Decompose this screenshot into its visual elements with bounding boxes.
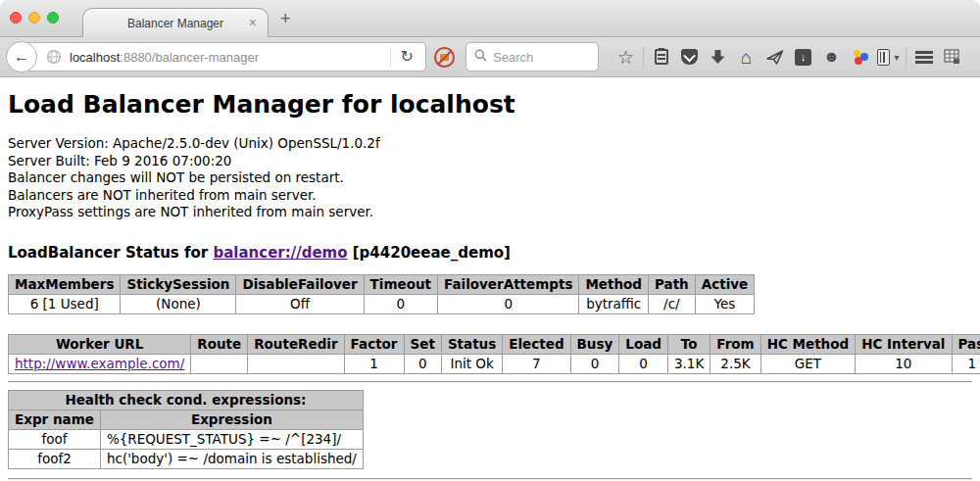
col-timeout: Timeout: [364, 274, 437, 294]
cell-expr-name: foof2: [9, 449, 101, 468]
table-title-row: Health check cond. expressions:: [9, 390, 364, 409]
table-header-row: MaxMembers StickySession DisableFailover…: [9, 274, 755, 294]
cell-routeredir: [248, 354, 344, 373]
navigation-toolbar: ← localhost:8880/balancer-manager ↻: [0, 37, 980, 77]
section-divider: [8, 381, 972, 383]
new-tab-button[interactable]: +: [280, 9, 291, 29]
sidebar-panel-icon[interactable]: ▾: [874, 42, 903, 72]
col-disablefailover: DisableFailover: [236, 274, 364, 294]
col-routeredir: RouteRedir: [248, 334, 344, 354]
col-expr-name: Expr name: [9, 409, 101, 429]
cell-load: 0: [619, 354, 668, 373]
status-heading-prefix: LoadBalancer Status for: [8, 244, 213, 262]
bookmarks-menu-icon[interactable]: [647, 42, 675, 72]
health-check-table: Health check cond. expressions: Expr nam…: [8, 390, 364, 469]
cell-route: [191, 354, 248, 373]
url-text: localhost:8880/balancer-manager: [70, 50, 259, 65]
server-info: Server Version: Apache/2.5.0-dev (Unix) …: [8, 135, 972, 221]
home-icon[interactable]: ⌂: [732, 42, 760, 72]
cell-hc-method: GET: [760, 354, 856, 373]
send-page-icon[interactable]: [760, 42, 789, 72]
toolbar-divider: [906, 47, 906, 68]
clipboard-icon: [655, 49, 668, 65]
zoom-window-button[interactable]: [47, 12, 59, 24]
urlbar-divider: [390, 47, 391, 67]
col-route: Route: [191, 334, 248, 354]
page-bottom-rule: [8, 478, 972, 480]
window-controls: [10, 12, 59, 24]
col-to: To: [667, 334, 710, 354]
color-dots-addon-icon[interactable]: [846, 42, 874, 72]
tab-title: Balancer Manager: [127, 17, 223, 30]
col-method: Method: [579, 274, 649, 294]
globe-icon: [46, 49, 62, 65]
col-maxmembers: MaxMembers: [9, 274, 121, 294]
tab-bar: Balancer Manager × +: [0, 0, 980, 37]
url-bar[interactable]: localhost:8880/balancer-manager ↻: [20, 42, 426, 72]
loadbalancer-status-heading: LoadBalancer Status for balancer://demo …: [8, 244, 972, 262]
browser-window: Balancer Manager × + ← localhost:8880/ba…: [0, 0, 980, 481]
cell-factor: 1: [344, 354, 404, 373]
reload-button[interactable]: ↻: [393, 49, 421, 65]
cell-to: 3.1K: [667, 354, 710, 373]
col-busy: Busy: [570, 334, 619, 354]
col-status: Status: [441, 334, 502, 354]
col-from: From: [710, 334, 760, 354]
balancer-settings-table: MaxMembers StickySession DisableFailover…: [8, 274, 755, 314]
cell-method: bytraffic: [579, 294, 649, 313]
cell-from: 2.5K: [710, 354, 760, 373]
col-passes: Passes: [952, 334, 980, 354]
cell-status: Init Ok: [441, 354, 502, 373]
menu-hamburger-icon[interactable]: [909, 42, 938, 72]
col-factor: Factor: [344, 334, 404, 354]
cell-set: 0: [404, 354, 441, 373]
cell-path: /c/: [649, 294, 696, 313]
table-row: foof %{REQUEST_STATUS} =~ /^[234]/: [9, 429, 364, 449]
close-window-button[interactable]: [10, 12, 22, 24]
minimize-window-button[interactable]: [28, 12, 40, 24]
plugin-blocked-icon[interactable]: [434, 47, 455, 68]
grid-addon-icon[interactable]: [938, 42, 966, 72]
col-hc-interval: HC Interval: [856, 334, 952, 354]
cell-elected: 7: [503, 354, 570, 373]
search-input[interactable]: [493, 50, 590, 65]
addon-download-icon[interactable]: ↓: [789, 42, 817, 72]
toolbar-icons: ☆ ⌂ ↓ ☻ ▾: [612, 42, 966, 72]
search-bar[interactable]: [466, 42, 599, 72]
server-version-line: Server Version: Apache/2.5.0-dev (Unix) …: [8, 135, 972, 153]
col-elected: Elected: [503, 334, 570, 354]
table-row: foof2 hc('body') =~ /domain is establish…: [9, 449, 364, 468]
col-load: Load: [619, 334, 668, 354]
col-path: Path: [649, 274, 696, 294]
col-active: Active: [695, 274, 755, 294]
col-hc-method: HC Method: [760, 334, 856, 354]
col-failoverattempts: FailoverAttempts: [438, 274, 579, 294]
health-table-title: Health check cond. expressions:: [9, 390, 364, 409]
status-heading-suffix: [p4420eeae_demo]: [348, 244, 511, 262]
proxypass-notice-line: ProxyPass settings are NOT inherited fro…: [8, 204, 972, 221]
cell-disablefailover: Off: [236, 294, 364, 313]
back-arrow-icon: ←: [14, 48, 29, 66]
tab-close-icon[interactable]: ×: [249, 16, 257, 29]
page-content: Load Balancer Manager for localhost Serv…: [0, 77, 980, 480]
cell-maxmembers: 6 [1 Used]: [9, 294, 121, 313]
balancer-demo-link[interactable]: balancer://demo: [213, 244, 347, 262]
toolbar-divider: [643, 47, 644, 68]
col-stickysession: StickySession: [121, 274, 236, 294]
table-header-row: Worker URL Route RouteRedir Factor Set S…: [9, 334, 980, 354]
dropdown-caret-icon: ▾: [894, 52, 899, 63]
downloads-icon[interactable]: [704, 42, 732, 72]
tab-balancer-manager[interactable]: Balancer Manager ×: [82, 8, 269, 37]
bookmark-star-icon[interactable]: ☆: [612, 42, 640, 72]
url-domain: localhost: [70, 50, 120, 65]
back-button[interactable]: ←: [6, 41, 37, 72]
cell-busy: 0: [570, 354, 619, 373]
col-set: Set: [404, 334, 441, 354]
col-expression: Expression: [100, 409, 363, 429]
pocket-icon[interactable]: [675, 42, 704, 72]
cell-hc-interval: 10: [856, 354, 952, 373]
feedback-smiley-icon[interactable]: ☻: [817, 42, 846, 72]
search-icon: [474, 48, 487, 66]
worker-row: http://www.example.com/ 1 0 Init Ok 7 0 …: [9, 354, 980, 373]
worker-url-link[interactable]: http://www.example.com/: [15, 356, 184, 371]
